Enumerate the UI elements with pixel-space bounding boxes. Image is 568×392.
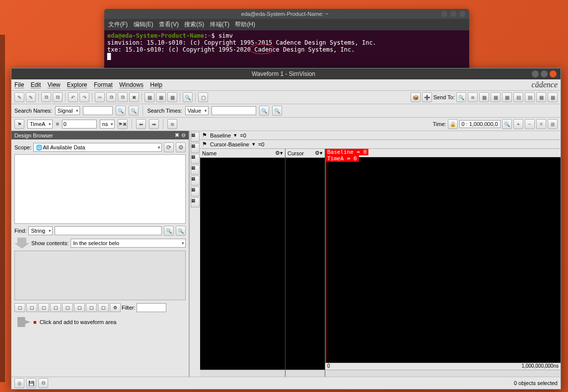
terminal-close-icon[interactable]: [459, 11, 465, 17]
nav-edge-button[interactable]: ≋: [167, 119, 177, 129]
window-minimize-icon[interactable]: [532, 70, 539, 77]
cursor-value-input[interactable]: [62, 120, 97, 129]
name-col-body[interactable]: [200, 158, 285, 370]
scope-refresh-button[interactable]: ⟳: [164, 142, 174, 152]
cursor-del-button[interactable]: ⚑✖: [118, 119, 128, 129]
zoom-in-button[interactable]: +: [513, 119, 523, 129]
terminal-menu-view[interactable]: 查看(V): [159, 21, 179, 28]
toolbar-open-button[interactable]: ✎: [26, 92, 36, 102]
toolbar-copy2-button[interactable]: ⧉: [106, 92, 116, 102]
sendto-sim-button[interactable]: ▦: [548, 92, 558, 102]
zoom-fit-button[interactable]: =: [536, 119, 546, 129]
toolbar-zoom-button[interactable]: ▦: [144, 92, 154, 102]
time-range[interactable]: 0 : 1,000,000,0: [459, 120, 500, 128]
nav-next-button[interactable]: ➡: [149, 119, 159, 129]
search-times-mode-combo[interactable]: Value: [185, 106, 209, 115]
panel-close-icon[interactable]: ⊖: [181, 132, 186, 138]
menu-explore[interactable]: Explore: [67, 81, 87, 88]
menu-edit[interactable]: Edit: [31, 81, 41, 88]
cursor-flag-button[interactable]: ⚑: [14, 119, 24, 129]
name-col-scroll[interactable]: [200, 370, 285, 377]
show-contents-combo[interactable]: In the selector belo: [71, 239, 186, 248]
cursor-name-combo[interactable]: TimeA: [27, 120, 53, 129]
menu-windows[interactable]: Windows: [119, 81, 143, 88]
scope-combo[interactable]: 🌐 All Available Data: [33, 143, 162, 152]
side-btn-7[interactable]: ▦: [191, 197, 200, 207]
baseline-flag-icon[interactable]: ⚑: [202, 132, 207, 138]
side-btn-2[interactable]: ▦: [191, 143, 200, 153]
filter-btn-2[interactable]: ▢: [26, 303, 37, 312]
find-mode-combo[interactable]: String: [28, 226, 53, 235]
toolbar-grid-button[interactable]: ▦: [156, 92, 166, 102]
filter-btn-4[interactable]: ▢: [50, 303, 61, 312]
filter-btn-3[interactable]: ▢: [38, 303, 49, 312]
find-input[interactable]: [55, 226, 162, 235]
nav-prev-button[interactable]: ⬅: [136, 119, 146, 129]
menu-view[interactable]: View: [48, 81, 61, 88]
filter-btn-6[interactable]: ▢: [74, 303, 85, 312]
toolbar-package-button[interactable]: 📦: [411, 92, 421, 102]
window-close-icon[interactable]: [550, 70, 557, 77]
cursor-baseline-icon[interactable]: ⚑: [202, 141, 207, 147]
filter-btn-7[interactable]: ▢: [86, 303, 97, 312]
search-times-prev-button[interactable]: 🔍: [259, 106, 269, 116]
cursor-col-gear-icon[interactable]: ⚙▾: [315, 150, 323, 156]
design-browser-title[interactable]: Design Browser ✖⊖: [11, 131, 189, 139]
side-btn-4[interactable]: ▦: [191, 165, 200, 175]
toolbar-add-button[interactable]: ➕: [422, 92, 432, 102]
panel-detach-icon[interactable]: ✖: [175, 132, 179, 138]
search-names-input[interactable]: [83, 106, 113, 115]
sendto-list-button[interactable]: ▤: [525, 92, 535, 102]
zoom-full-button[interactable]: ⊞: [548, 119, 558, 129]
filter-btn-5[interactable]: ▢: [62, 303, 73, 312]
sendto-wave-button[interactable]: ≋: [468, 92, 478, 102]
terminal-min-icon[interactable]: [441, 11, 447, 17]
search-names-mode-combo[interactable]: Signal: [55, 106, 80, 115]
terminal-menu-search[interactable]: 搜索(S): [184, 21, 204, 28]
status-reload-button[interactable]: ⧉: [38, 378, 48, 388]
menu-help[interactable]: Help: [150, 81, 162, 88]
scope-tree[interactable]: [14, 154, 186, 224]
time-lock-button[interactable]: 🔒: [448, 119, 458, 129]
toolbar-redo-button[interactable]: ↷: [79, 92, 89, 102]
side-btn-6[interactable]: ▦: [191, 187, 200, 196]
wave-plot-area[interactable]: Baseline = 0 TimeA = 0 0 0 1,000,000,000…: [325, 149, 561, 377]
side-btn-5[interactable]: ▦: [191, 176, 200, 186]
toolbar-paste-button[interactable]: ⧉: [53, 92, 63, 102]
search-names-prev-button[interactable]: 🔍: [116, 106, 126, 116]
toolbar-display-button[interactable]: ▢: [198, 92, 208, 102]
toolbar-cut-button[interactable]: ✂: [95, 92, 105, 102]
cursor-col-body[interactable]: [285, 158, 325, 370]
filter-btn-1[interactable]: ▢: [14, 303, 25, 312]
simvision-titlebar[interactable]: Waveform 1 - SimVision: [11, 68, 561, 79]
terminal-menu-terminal[interactable]: 终端(T): [210, 21, 229, 28]
time-ruler[interactable]: 0 1,000,000,000ns: [325, 363, 561, 370]
toolbar-delete-button[interactable]: ✖: [129, 92, 139, 102]
toolbar-binoculars-button[interactable]: 🔍: [183, 92, 193, 102]
toolbar-undo-button[interactable]: ↶: [68, 92, 78, 102]
toolbar-paste2-button[interactable]: ⧉: [118, 92, 128, 102]
status-save-button[interactable]: 💾: [26, 378, 36, 388]
toolbar-copy-button[interactable]: ⧉: [41, 92, 51, 102]
terminal-max-icon[interactable]: [450, 11, 456, 17]
search-names-next-button[interactable]: 🔍: [129, 106, 139, 116]
wave-hscroll[interactable]: [325, 370, 561, 377]
terminal-menu-help[interactable]: 帮助(H): [235, 21, 255, 28]
menu-format[interactable]: Format: [94, 81, 113, 88]
filter-btn-8[interactable]: ▢: [98, 303, 109, 312]
search-times-next-button[interactable]: 🔍: [272, 106, 282, 116]
filter-input[interactable]: [137, 303, 166, 312]
zoom-tool-button[interactable]: 🔍: [502, 119, 512, 129]
filter-btn-9[interactable]: ⚙: [110, 303, 121, 312]
scope-settings-button[interactable]: ⚙: [176, 142, 186, 152]
find-next-button[interactable]: 🔍: [176, 226, 186, 236]
terminal-menu-edit[interactable]: 编辑(E): [134, 21, 153, 28]
name-col-gear-icon[interactable]: ⚙▾: [275, 150, 283, 156]
sendto-reg-button[interactable]: ▦: [502, 92, 512, 102]
zoom-out-button[interactable]: −: [525, 119, 535, 129]
search-times-input[interactable]: [212, 106, 256, 115]
sendto-schem-button[interactable]: ▦: [491, 92, 500, 102]
cursor-col-scroll[interactable]: [285, 370, 325, 377]
sendto-src-button[interactable]: ▦: [479, 92, 489, 102]
contents-list[interactable]: [14, 251, 186, 300]
